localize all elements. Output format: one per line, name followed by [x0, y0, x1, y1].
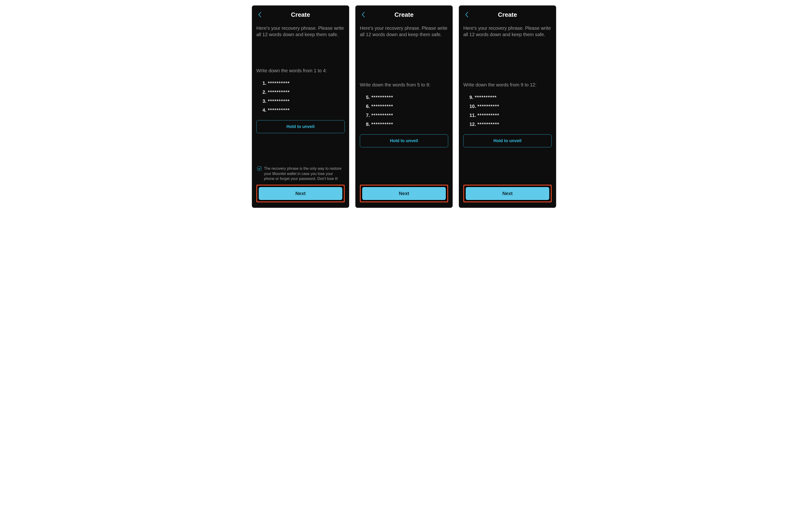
header: Create: [463, 10, 552, 19]
word-row: 11.**********: [470, 111, 552, 120]
word-list: 9.********** 10.********** 11.**********…: [470, 93, 552, 129]
acknowledge-row: The recovery phrase is the only way to r…: [256, 166, 345, 185]
instructions-text: Here's your recovery phrase. Please writ…: [463, 25, 552, 38]
word-mask: **********: [475, 93, 497, 102]
word-row: 12.**********: [470, 120, 552, 129]
content-area: Write down the words from 1 to 4: 1.****…: [256, 40, 345, 166]
word-row: 4.**********: [262, 106, 345, 115]
back-icon[interactable]: [256, 11, 263, 18]
word-number: 5.: [366, 93, 370, 102]
hold-to-unveil-button[interactable]: Hold to unveil: [360, 134, 448, 147]
phone-screen-3: Create Here's your recovery phrase. Plea…: [459, 6, 556, 208]
word-number: 3.: [262, 97, 267, 106]
word-number: 6.: [366, 102, 370, 111]
spacer: [463, 40, 552, 82]
page-title: Create: [498, 11, 517, 18]
word-number: 7.: [366, 111, 370, 120]
next-button[interactable]: Next: [466, 187, 549, 200]
hold-to-unveil-button[interactable]: Hold to unveil: [463, 134, 552, 147]
word-number: 9.: [470, 93, 474, 102]
next-highlight-frame: Next: [360, 185, 448, 202]
word-list: 5.********** 6.********** 7.********** 8…: [366, 93, 448, 129]
next-button[interactable]: Next: [362, 187, 446, 200]
bottom-area: Next: [463, 185, 552, 202]
word-mask: **********: [371, 102, 393, 111]
word-row: 5.**********: [366, 93, 448, 102]
content-area: Write down the words from 9 to 12: 9.***…: [463, 40, 552, 185]
word-mask: **********: [477, 102, 499, 111]
content-area: Write down the words from 5 to 8: 5.****…: [360, 40, 448, 185]
range-subtitle: Write down the words from 5 to 8:: [360, 82, 448, 88]
word-row: 9.**********: [470, 93, 552, 102]
word-row: 1.**********: [262, 79, 345, 88]
word-row: 7.**********: [366, 111, 448, 120]
word-number: 12.: [470, 120, 476, 129]
word-mask: **********: [477, 111, 499, 120]
word-number: 1.: [262, 79, 267, 88]
next-highlight-frame: Next: [463, 185, 552, 202]
word-number: 4.: [262, 106, 267, 115]
range-subtitle: Write down the words from 1 to 4:: [256, 68, 345, 73]
header: Create: [256, 10, 345, 19]
bottom-area: Next: [360, 185, 448, 202]
word-number: 11.: [470, 111, 476, 120]
word-row: 8.**********: [366, 120, 448, 129]
bottom-area: The recovery phrase is the only way to r…: [256, 166, 345, 202]
word-row: 10.**********: [470, 102, 552, 111]
word-mask: **********: [477, 120, 499, 129]
range-subtitle: Write down the words from 9 to 12:: [463, 82, 552, 88]
back-icon[interactable]: [360, 11, 366, 18]
instructions-text: Here's your recovery phrase. Please writ…: [360, 25, 448, 38]
acknowledge-label: The recovery phrase is the only way to r…: [264, 166, 344, 181]
word-number: 8.: [366, 120, 370, 129]
word-mask: **********: [268, 106, 290, 115]
spacer: [360, 40, 448, 82]
word-row: 2.**********: [262, 88, 345, 97]
word-mask: **********: [268, 88, 290, 97]
word-row: 3.**********: [262, 97, 345, 106]
next-highlight-frame: Next: [256, 185, 345, 202]
header: Create: [360, 10, 448, 19]
word-mask: **********: [371, 111, 393, 120]
back-icon[interactable]: [463, 11, 470, 18]
page-title: Create: [291, 11, 310, 18]
next-button[interactable]: Next: [259, 187, 342, 200]
word-mask: **********: [371, 120, 393, 129]
hold-to-unveil-button[interactable]: Hold to unveil: [256, 120, 345, 133]
word-mask: **********: [268, 97, 290, 106]
phone-screen-2: Create Here's your recovery phrase. Plea…: [355, 6, 453, 208]
word-number: 2.: [262, 88, 267, 97]
word-row: 6.**********: [366, 102, 448, 111]
phone-screen-1: Create Here's your recovery phrase. Plea…: [252, 6, 349, 208]
word-list: 1.********** 2.********** 3.********** 4…: [262, 79, 345, 115]
spacer: [256, 40, 345, 68]
word-mask: **********: [268, 79, 290, 88]
word-mask: **********: [371, 93, 393, 102]
page-title: Create: [394, 11, 414, 18]
acknowledge-checkbox[interactable]: [257, 167, 261, 171]
instructions-text: Here's your recovery phrase. Please writ…: [256, 25, 345, 38]
word-number: 10.: [470, 102, 476, 111]
